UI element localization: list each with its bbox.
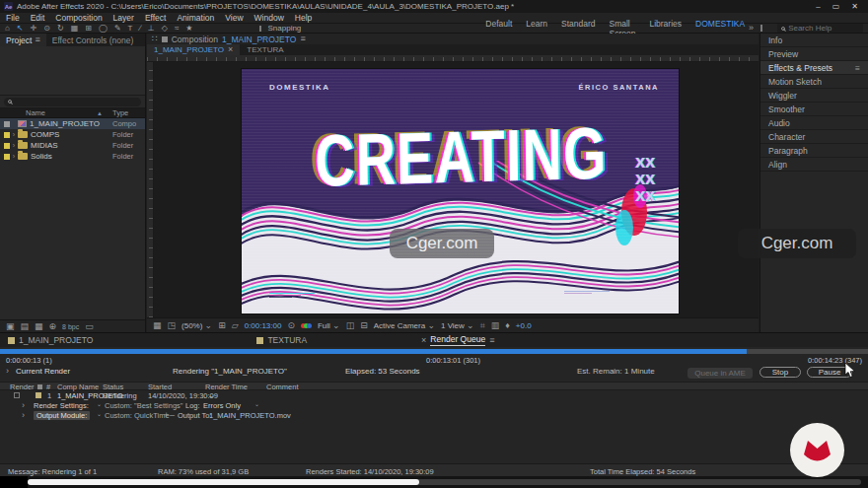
item-label-color[interactable] bbox=[36, 392, 41, 398]
stop-button[interactable]: Stop bbox=[760, 367, 801, 378]
timeline-button-icon[interactable]: ♦ bbox=[505, 321, 510, 330]
project-item-main-projeto[interactable]: 1_MAIN_PROJETO Compo bbox=[0, 118, 145, 129]
always-preview-icon[interactable]: ▦ bbox=[153, 321, 162, 330]
menu-edit[interactable]: Edit bbox=[31, 13, 45, 23]
col-started[interactable]: Started bbox=[148, 383, 172, 391]
bit-depth-label[interactable]: 8 bpc bbox=[62, 323, 79, 330]
tab-close-icon[interactable]: × bbox=[228, 45, 233, 54]
menu-animation[interactable]: Animation bbox=[177, 13, 214, 23]
menu-layer[interactable]: Layer bbox=[113, 13, 134, 23]
panel-menu-icon[interactable]: ≡ bbox=[35, 35, 39, 44]
player-seek-bar[interactable] bbox=[28, 479, 861, 485]
menu-help[interactable]: Help bbox=[295, 13, 312, 23]
viewer-menu-icon[interactable]: ≡ bbox=[300, 35, 305, 43]
viewer-tab-textura[interactable]: TEXTURA bbox=[240, 44, 290, 55]
eraser-tool-icon[interactable]: ◇ bbox=[162, 24, 168, 33]
col-render-time[interactable]: Render Time bbox=[205, 383, 248, 391]
type-tool-icon[interactable]: T bbox=[128, 24, 133, 33]
output-module-value[interactable]: Custom: QuickTime bbox=[105, 411, 170, 420]
column-name[interactable]: Name bbox=[26, 108, 45, 117]
panel-effects-presets[interactable]: Effects & Presets ≡ bbox=[760, 61, 868, 75]
expand-icon[interactable]: › bbox=[22, 401, 25, 410]
add-output-icon[interactable]: + bbox=[164, 411, 169, 420]
tab-effect-controls[interactable]: Effect Controls (none) bbox=[46, 34, 140, 46]
panel-toggle-icon[interactable] bbox=[760, 25, 762, 32]
zoom-tool-icon[interactable]: ⊙ bbox=[43, 24, 50, 33]
roto-brush-tool-icon[interactable]: ≈ bbox=[175, 24, 179, 33]
new-composition-icon[interactable]: ▦ bbox=[35, 322, 43, 331]
snapshot-icon[interactable]: ⊙ bbox=[287, 321, 295, 330]
magnification-icon[interactable]: ◳ bbox=[168, 321, 177, 330]
menu-window[interactable]: Window bbox=[254, 13, 284, 23]
twirl-icon[interactable]: › bbox=[10, 153, 18, 160]
resolution-dropdown[interactable]: Full ⌄ bbox=[318, 321, 340, 330]
camera-tool-icon[interactable]: ▦ bbox=[71, 24, 79, 33]
caret-down-icon[interactable]: ⌄ bbox=[97, 411, 102, 417]
panel-audio[interactable]: Audio bbox=[760, 116, 868, 130]
project-item-solids[interactable]: › Solids Folder bbox=[0, 151, 145, 162]
guides-icon[interactable]: ⊞ bbox=[218, 321, 226, 330]
panel-align[interactable]: Align bbox=[760, 158, 868, 172]
hand-tool-icon[interactable]: ✛ bbox=[31, 24, 37, 33]
camera-dropdown[interactable]: Active Camera ⌄ bbox=[374, 321, 435, 330]
region-of-interest-icon[interactable]: ◫ bbox=[346, 321, 355, 330]
menu-composition[interactable]: Composition bbox=[55, 13, 102, 23]
col-label-icon[interactable] bbox=[37, 384, 42, 389]
col-render[interactable]: Render bbox=[10, 383, 35, 391]
panel-preview[interactable]: Preview bbox=[760, 47, 868, 61]
channel-settings-icon[interactable] bbox=[301, 323, 312, 328]
panel-motion-sketch[interactable]: Motion Sketch bbox=[760, 75, 868, 89]
panel-info[interactable]: Info bbox=[760, 34, 868, 47]
expand-icon[interactable]: › bbox=[22, 411, 25, 420]
mask-visibility-icon[interactable]: ▱ bbox=[232, 321, 239, 330]
label-color[interactable] bbox=[4, 121, 10, 127]
project-settings-icon[interactable]: ⊕ bbox=[49, 322, 57, 331]
brush-tool-icon[interactable]: ∕ bbox=[139, 24, 140, 33]
panel-menu-icon[interactable]: ≡ bbox=[855, 63, 860, 73]
timeline-tab-textura[interactable]: TEXTURA bbox=[256, 335, 307, 345]
twirl-icon[interactable]: › bbox=[10, 142, 18, 149]
log-dropdown[interactable]: Errors Only bbox=[203, 401, 241, 410]
panel-menu-icon[interactable]: ≡ bbox=[489, 336, 494, 345]
menu-view[interactable]: View bbox=[225, 13, 243, 23]
twirl-icon[interactable]: › bbox=[10, 131, 18, 138]
tab-project[interactable]: Project ≡ bbox=[0, 34, 46, 46]
menu-effect[interactable]: Effect bbox=[145, 13, 167, 23]
current-time-display[interactable]: 0:00:13:00 bbox=[245, 321, 282, 330]
pixel-aspect-icon[interactable]: ⌗ bbox=[480, 321, 485, 330]
transparency-grid-icon[interactable]: ⊟ bbox=[360, 321, 368, 330]
trash-icon[interactable]: ▭ bbox=[85, 322, 94, 331]
project-search-field[interactable] bbox=[4, 98, 141, 106]
minimize-button[interactable]: – bbox=[816, 2, 820, 11]
shape-tool-icon[interactable]: ◯ bbox=[99, 24, 108, 33]
timeline-tab-main-projeto[interactable]: 1_MAIN_PROJETO bbox=[8, 335, 93, 345]
rotation-tool-icon[interactable]: ↻ bbox=[57, 24, 64, 33]
selection-tool-icon[interactable]: ↖ bbox=[17, 24, 24, 33]
menu-file[interactable]: File bbox=[6, 13, 20, 23]
caret-down-icon[interactable]: ⌄ bbox=[254, 401, 259, 407]
column-type[interactable]: Type bbox=[112, 108, 128, 117]
zoom-level-dropdown[interactable]: (50%) ⌄ bbox=[181, 321, 212, 330]
output-module-label[interactable]: Output Module: bbox=[34, 411, 90, 420]
snapping-checkbox[interactable] bbox=[259, 26, 261, 32]
caret-down-icon[interactable]: ⌄ bbox=[97, 401, 102, 407]
render-item-checkbox[interactable] bbox=[14, 392, 20, 398]
panel-wiggler[interactable]: Wiggler bbox=[760, 89, 868, 103]
queue-in-ame-button[interactable]: Queue in AME bbox=[687, 368, 753, 379]
panel-smoother[interactable]: Smoother bbox=[760, 103, 868, 116]
fast-previews-icon[interactable]: ▥ bbox=[491, 321, 500, 330]
output-to-value[interactable]: 1_MAIN_PROJETO.mov bbox=[209, 411, 291, 420]
exposure-value[interactable]: +0.0 bbox=[516, 321, 532, 330]
col-comment[interactable]: Comment bbox=[266, 383, 299, 391]
remove-output-icon[interactable]: – bbox=[170, 411, 175, 420]
project-item-comps[interactable]: › COMPS Folder bbox=[0, 129, 145, 140]
maximize-button[interactable]: ▭ bbox=[832, 2, 840, 11]
puppet-tool-icon[interactable]: ★ bbox=[185, 24, 192, 33]
home-tool-icon[interactable]: ⌂ bbox=[5, 24, 10, 33]
workspace-overflow-icon[interactable]: » bbox=[749, 24, 754, 33]
pan-behind-tool-icon[interactable]: ⊞ bbox=[85, 24, 92, 33]
close-button[interactable]: ✕ bbox=[851, 2, 858, 11]
col-number[interactable]: # bbox=[46, 383, 50, 391]
render-settings-value[interactable]: Custom: "Best Settings" bbox=[105, 401, 183, 410]
panel-paragraph[interactable]: Paragraph bbox=[760, 144, 868, 158]
